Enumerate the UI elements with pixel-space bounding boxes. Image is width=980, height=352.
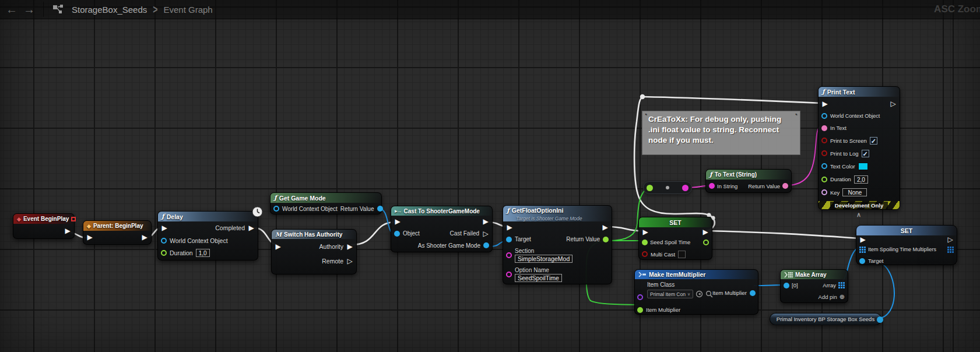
print-to-screen-pin[interactable] [821, 138, 827, 143]
exec-out-pin[interactable]: ▷ [947, 236, 954, 243]
print-to-log-pin[interactable] [821, 150, 827, 156]
pin-label: Duration [830, 176, 851, 182]
key-input[interactable]: None [842, 188, 867, 196]
array-pin[interactable] [859, 247, 866, 253]
exec-out-pin[interactable]: ▶ [702, 228, 709, 235]
authority-exec-out-pin[interactable]: ▶ [346, 243, 353, 250]
conversion-node[interactable] [643, 181, 692, 194]
text-color-pin[interactable] [821, 163, 827, 169]
exec-in-pin[interactable]: ▶ [394, 218, 401, 225]
item-class-pin[interactable] [637, 294, 643, 300]
array-out-pin[interactable] [838, 282, 845, 288]
event-graph-canvas[interactable]: ← → StorageBox_Seeds > Event Graph ASC Z… [0, 0, 980, 352]
function-icon: ƒ [274, 194, 277, 202]
duration-input[interactable]: 2,0 [854, 175, 868, 184]
return-value-pin[interactable] [603, 237, 609, 242]
node-make-itemmultiplier[interactable]: Make ItemMultiplier Item Class Primal It… [634, 269, 758, 315]
exec-in-pin[interactable]: ▶ [642, 228, 649, 235]
exec-out-pin[interactable]: ▶ [64, 227, 71, 234]
node-to-text-string[interactable]: ƒ To Text (String) In String Return Valu… [705, 169, 792, 193]
option-name-pin[interactable] [506, 272, 512, 277]
conversion-in-pin[interactable] [647, 185, 653, 191]
cast-failed-exec-out-pin[interactable]: ▷ [482, 230, 489, 237]
exec-out-pin[interactable]: ▶ [602, 224, 609, 231]
variable-out-pin[interactable] [877, 316, 883, 323]
multi-cast-checkbox[interactable] [678, 251, 686, 258]
seed-spoil-time-pin[interactable] [642, 240, 648, 245]
function-icon: ƒ [161, 213, 164, 220]
exec-in-pin[interactable]: ▶ [161, 224, 168, 231]
node-get-game-mode[interactable]: ƒ Get Game Mode World Context Object Ret… [270, 192, 382, 214]
array-out-pin[interactable] [947, 247, 954, 253]
node-set-item-spoiling-multipliers[interactable]: SET ▶ ▷ Item Spoiling Time Multipliers T… [856, 225, 957, 265]
exec-out-pin[interactable]: ▷ [890, 100, 897, 107]
return-value-pin[interactable] [377, 206, 383, 212]
add-pin-button[interactable]: Add pin ⊕ [819, 293, 845, 301]
exec-in-pin[interactable]: ▶ [275, 243, 282, 250]
remote-exec-out-pin[interactable]: ▷ [346, 258, 353, 265]
exec-in-pin[interactable]: ▶ [821, 100, 828, 107]
section-pin[interactable] [506, 252, 512, 258]
pin-label: Remote [322, 258, 343, 265]
pin-label: Return Value [566, 236, 600, 242]
in-text-pin[interactable] [821, 125, 827, 131]
pin-label: Key [830, 189, 840, 196]
section-input[interactable]: SimpleStorageMod [515, 255, 572, 263]
exec-in-pin[interactable]: ▶ [506, 224, 513, 231]
pin-label: Item Spoiling Time Multipliers [868, 247, 936, 252]
breadcrumb-blueprint-name[interactable]: StorageBox_Seeds [72, 5, 147, 15]
node-getfloatoptionini[interactable]: ƒ GetFloatOptionIni Target is Shooter Ga… [503, 205, 612, 284]
node-cast-to-shootergamemode[interactable]: ▸→ Cast To ShooterGameMode ▶ ▶ Object Ca… [391, 206, 493, 252]
duration-pin[interactable] [161, 250, 167, 256]
comment-node[interactable]: · · CrEaToXx: For debug only, pushing .i… [642, 111, 800, 155]
print-to-screen-checkbox[interactable]: ✓ [870, 137, 877, 145]
node-event-beginplay[interactable]: ◆ Event BeginPlay ▶ [13, 213, 75, 239]
event-icon: ◆ [87, 223, 91, 229]
node-set-seed-spoil-time[interactable]: SET ▶ ▶ Seed Spoil Time Multi Cast [638, 217, 712, 260]
node-switch-has-authority[interactable]: M Switch Has Authority ▶ Authority ▶ Rem… [271, 229, 357, 274]
comment-handle: · [795, 111, 798, 117]
world-context-pin[interactable] [161, 238, 167, 244]
node-parent-beginplay[interactable]: ◆ Parent: BeginPlay ▶ ▶ [83, 220, 152, 245]
node-make-array[interactable]: Make Array [0] Array Add pin ⊕ [780, 269, 848, 303]
duration-pin[interactable] [821, 177, 827, 182]
item-class-dropdown[interactable]: Primal Item Con ∨ [647, 290, 693, 298]
text-color-swatch[interactable] [858, 163, 868, 170]
make-array-icon [784, 272, 793, 278]
world-context-pin[interactable] [821, 113, 827, 119]
pin-label: Return Value [748, 183, 780, 189]
return-value-pin[interactable] [782, 183, 788, 189]
object-pin[interactable] [394, 231, 400, 237]
world-context-pin[interactable] [273, 206, 279, 212]
forward-button[interactable]: → [23, 3, 35, 15]
target-pin[interactable] [859, 258, 865, 264]
node-primal-inventory-variable[interactable]: Primal Inventory BP Storage Box Seeds [770, 313, 881, 325]
target-pin[interactable] [506, 237, 512, 242]
item-multiplier-in-pin[interactable] [637, 307, 643, 313]
item-multiplier-out-pin[interactable] [750, 290, 756, 296]
completed-exec-out-pin[interactable]: ▶ [248, 224, 255, 231]
delegate-pin[interactable] [71, 217, 76, 221]
exec-in-pin[interactable]: ▶ [859, 236, 866, 243]
back-button[interactable]: ← [6, 3, 17, 15]
pin-label: Option Name [515, 267, 562, 273]
breadcrumb-graph-name[interactable]: Event Graph [163, 5, 212, 15]
multi-cast-pin[interactable] [642, 251, 648, 257]
node-title: Event BeginPlay [23, 216, 69, 222]
exec-out-pin[interactable]: ▶ [141, 234, 148, 241]
as-shooter-game-mode-pin[interactable] [483, 242, 489, 248]
use-selected-icon[interactable] [696, 290, 703, 298]
conversion-out-pin[interactable] [682, 185, 689, 191]
option-name-input[interactable]: SeedSpoilTime [515, 274, 562, 282]
key-pin[interactable] [821, 189, 827, 195]
node-delay[interactable]: ƒ Delay ▶ Completed ▶ World Context Obje… [157, 211, 258, 261]
print-to-log-checkbox[interactable]: ✓ [862, 150, 869, 157]
node-print-text[interactable]: ƒ Print Text ▶ ▷ World Context Object In… [818, 86, 900, 210]
duration-input[interactable]: 1,0 [196, 249, 210, 257]
element-0-pin[interactable] [784, 283, 789, 288]
exec-out-pin[interactable]: ▶ [482, 218, 489, 225]
in-string-pin[interactable] [709, 183, 715, 189]
output-value-pin[interactable] [703, 240, 709, 245]
collapse-arrow[interactable]: ∧ [856, 211, 861, 219]
exec-in-pin[interactable]: ▶ [86, 234, 93, 241]
